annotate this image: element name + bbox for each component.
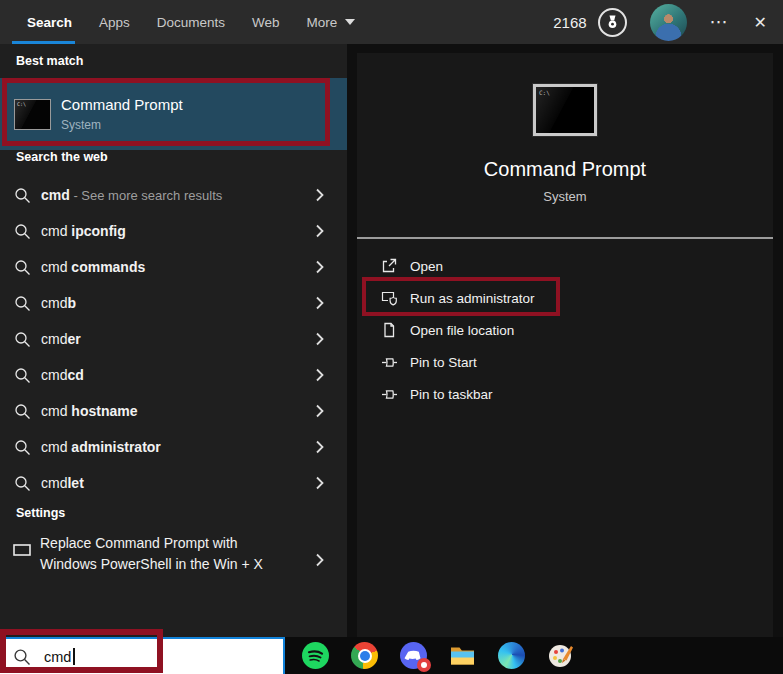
windows-search-flyout: { "colors": { "accent": "#1a86d9", "best… (0, 0, 783, 674)
open-icon (380, 257, 398, 275)
action-pin-to-start[interactable]: Pin to Start (357, 346, 773, 378)
taskbar-search-value: cmd (44, 649, 71, 665)
chevron-down-icon (345, 19, 355, 25)
suggestion-row[interactable]: cmd - See more search results (0, 177, 347, 213)
search-icon (14, 259, 31, 276)
user-avatar[interactable] (650, 4, 687, 41)
suggestion-row[interactable]: cmdlet (0, 465, 347, 501)
pin-icon (380, 385, 398, 403)
command-prompt-icon-large: C:\ (533, 84, 597, 136)
notification-badge (417, 658, 431, 672)
suggestion-row[interactable]: cmd administrator (0, 429, 347, 465)
chevron-right-icon (315, 440, 325, 455)
chevron-right-icon (315, 224, 325, 239)
settings-item-line1: Replace Command Prompt with (40, 533, 263, 554)
file-explorer-icon[interactable] (449, 642, 476, 669)
search-icon (14, 295, 31, 312)
more-options-icon[interactable]: ⋯ (710, 17, 729, 27)
search-icon (14, 367, 31, 384)
taskbar: cmd (0, 637, 783, 674)
search-icon (14, 475, 31, 492)
suggestion-row[interactable]: cmdcd (0, 357, 347, 393)
chevron-right-icon (315, 368, 325, 383)
tab-more-label: More (307, 15, 338, 30)
rewards-points: 2168 (553, 14, 586, 31)
best-match-result-command-prompt[interactable]: C:\ Command Prompt System (0, 78, 347, 150)
tab-documents[interactable]: Documents (157, 15, 225, 30)
search-icon (14, 403, 31, 420)
search-icon (14, 223, 31, 240)
chevron-right-icon (315, 296, 325, 311)
file-location-icon (380, 321, 398, 339)
console-window-icon (13, 543, 31, 557)
chevron-right-icon (315, 404, 325, 419)
discord-icon[interactable] (400, 642, 427, 669)
preview-title: Command Prompt (357, 158, 773, 181)
close-icon[interactable]: ✕ (754, 13, 767, 32)
search-filter-tabs: Search Apps Documents Web More (27, 0, 355, 44)
edge-icon[interactable] (498, 642, 525, 669)
text-caret (73, 648, 75, 665)
search-icon (14, 331, 31, 348)
best-match-subtitle: System (61, 118, 183, 132)
search-results-panel: Best match C:\ Command Prompt System Sea… (0, 44, 347, 637)
taskbar-search-input[interactable]: cmd (0, 637, 285, 674)
search-header-bar: Search Apps Documents Web More 2168 ⋯ ✕ (0, 0, 783, 44)
search-icon (13, 648, 31, 666)
action-run-as-administrator[interactable]: Run as administrator (357, 282, 773, 314)
command-prompt-icon: C:\ (14, 99, 51, 130)
preview-divider (357, 237, 773, 239)
tab-more[interactable]: More (307, 15, 356, 30)
tab-web[interactable]: Web (252, 15, 280, 30)
result-preview-pane: C:\ Command Prompt System Open Run as ad… (347, 44, 783, 637)
best-match-header: Best match (16, 54, 83, 68)
chevron-right-icon (315, 553, 325, 568)
action-open[interactable]: Open (357, 250, 773, 282)
suggestion-row[interactable]: cmd ipconfig (0, 213, 347, 249)
tab-apps[interactable]: Apps (99, 15, 130, 30)
suggestion-row[interactable]: cmdb (0, 285, 347, 321)
chevron-right-icon (315, 476, 325, 491)
taskbar-pinned-icons (302, 637, 574, 674)
settings-header: Settings (16, 506, 65, 520)
chevron-right-icon (315, 260, 325, 275)
action-pin-to-taskbar[interactable]: Pin to taskbar (357, 378, 773, 410)
preview-subtitle: System (357, 189, 773, 204)
best-match-title: Command Prompt (61, 96, 183, 113)
suggestion-row[interactable]: cmd hostname (0, 393, 347, 429)
settings-item-line2: Windows PowerShell in the Win + X (40, 554, 263, 575)
settings-result-replace-cmd[interactable]: Replace Command Prompt with Windows Powe… (0, 530, 347, 592)
context-actions-list: Open Run as administrator Open file loca… (357, 250, 773, 410)
suggestion-row[interactable]: cmd commands (0, 249, 347, 285)
chevron-right-icon (315, 188, 325, 203)
paint-3d-icon[interactable] (547, 642, 574, 669)
tab-search[interactable]: Search (27, 15, 72, 30)
spotify-icon[interactable] (302, 642, 329, 669)
chrome-icon[interactable] (351, 642, 378, 669)
action-open-file-location[interactable]: Open file location (357, 314, 773, 346)
web-suggestions-list: cmd - See more search results cmd ipconf… (0, 177, 347, 501)
search-icon (14, 439, 31, 456)
run-as-administrator-shield-icon (380, 289, 398, 307)
preview-card: C:\ Command Prompt System Open Run as ad… (357, 53, 773, 637)
chevron-right-icon (315, 332, 325, 347)
rewards-medal-icon[interactable] (598, 8, 627, 37)
suggestion-row[interactable]: cmder (0, 321, 347, 357)
pin-icon (380, 353, 398, 371)
search-icon (14, 187, 31, 204)
search-the-web-header: Search the web (16, 150, 108, 164)
